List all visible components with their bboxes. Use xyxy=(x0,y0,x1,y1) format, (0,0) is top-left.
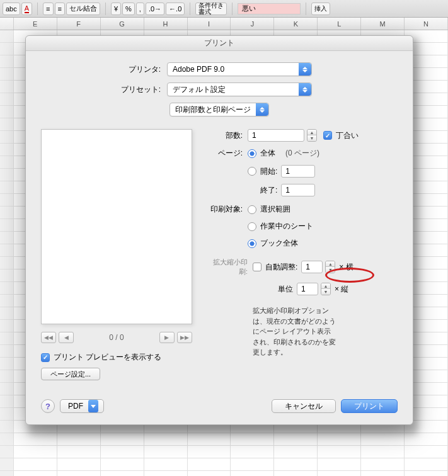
column-header[interactable]: J xyxy=(231,18,274,30)
printer-label: プリンタ: xyxy=(41,64,167,75)
column-header[interactable]: H xyxy=(144,18,188,30)
page-setup-button[interactable]: ページ設定... xyxy=(41,368,100,380)
target-label: 印刷対象: xyxy=(205,204,248,215)
font-color-icon[interactable]: A xyxy=(21,3,32,15)
merge-cells-button[interactable]: セル結合 xyxy=(66,3,100,15)
column-header[interactable]: F xyxy=(57,18,101,30)
collate-checkbox[interactable] xyxy=(323,131,332,140)
conditional-format-button[interactable]: 条件付き 書式 xyxy=(195,3,227,15)
chevron-updown-icon xyxy=(299,63,311,76)
fit-wide-input[interactable] xyxy=(301,261,323,273)
collate-label: 丁合い xyxy=(336,130,359,141)
pager-text: 0 / 0 xyxy=(109,333,123,342)
pages-all-label: 全体 xyxy=(260,148,275,159)
preset-label: プリセット: xyxy=(41,84,167,95)
print-preview xyxy=(41,129,192,324)
column-header[interactable]: K xyxy=(274,18,318,30)
target-book-label: ブック全体 xyxy=(260,238,298,249)
copies-input[interactable] xyxy=(248,129,304,142)
target-selection-label: 選択範囲 xyxy=(260,204,290,215)
column-header[interactable]: L xyxy=(318,18,361,30)
decrease-decimal-icon[interactable]: ←.0 xyxy=(166,3,185,15)
by-tall-label: × 縦 xyxy=(335,284,348,295)
auto-fit-checkbox[interactable] xyxy=(253,263,261,271)
pages-range-radio[interactable] xyxy=(248,167,256,176)
align-icon[interactable]: ≡ xyxy=(43,3,53,15)
font-color-group[interactable]: abc A xyxy=(3,3,32,15)
copies-stepper[interactable]: ▲▼ xyxy=(307,129,317,142)
chevron-updown-icon xyxy=(299,83,311,96)
column-header[interactable]: I xyxy=(188,18,231,30)
chevron-down-icon xyxy=(88,400,98,412)
preset-value: デフォルト設定 xyxy=(173,84,226,95)
unit-label: 単位 xyxy=(278,284,293,295)
pdf-label: PDF xyxy=(68,402,83,411)
increase-decimal-icon[interactable]: .0→ xyxy=(146,3,164,15)
print-dialog: プリント プリンタ: Adobe PDF 9.0 プリセット: デフォルト設定 … xyxy=(25,35,413,425)
prev-page-button[interactable]: ◀ xyxy=(59,332,74,343)
pages-from-label: 開始: xyxy=(260,166,277,177)
print-button[interactable]: プリント xyxy=(341,399,398,413)
target-book-radio[interactable] xyxy=(248,239,256,248)
insert-button[interactable]: 挿入 xyxy=(311,3,330,15)
chevron-updown-icon xyxy=(256,103,268,116)
target-active-radio[interactable] xyxy=(248,222,256,231)
currency-icon[interactable]: ¥ xyxy=(111,3,121,15)
copies-label: 部数: xyxy=(205,130,248,141)
last-page-button[interactable]: ▶▶ xyxy=(177,332,192,343)
dialog-title: プリント xyxy=(26,36,413,51)
scale-note: 拡大縮小印刷オプションは、現在の文書がどのようにページ レイアウト表示され、印刷… xyxy=(205,305,337,358)
help-button[interactable]: ? xyxy=(41,399,55,413)
preset-select[interactable]: デフォルト設定 xyxy=(167,82,312,96)
fit-tall-input[interactable] xyxy=(297,283,318,295)
column-header[interactable]: M xyxy=(361,18,405,30)
section-select[interactable]: 印刷部数と印刷ページ xyxy=(169,103,269,116)
font-style-icon[interactable]: abc xyxy=(3,3,20,15)
first-page-button[interactable]: ◀◀ xyxy=(41,332,56,343)
pages-count: (0 ページ) xyxy=(285,148,319,159)
next-page-button[interactable]: ▶ xyxy=(159,332,175,343)
pages-from-input[interactable] xyxy=(281,165,315,178)
scale-label: 拡大縮小印刷: xyxy=(205,258,253,276)
cell-style-bad[interactable]: 悪い xyxy=(238,3,301,14)
pages-to-label: 終了: xyxy=(260,185,277,196)
ribbon-toolbar: abc A ≡ ≡ セル結合 ¥ % , .0→ ←.0 条件付き 書式 悪い … xyxy=(0,0,448,18)
by-wide-label: × 横 xyxy=(339,262,353,273)
section-value: 印刷部数と印刷ページ xyxy=(175,105,251,115)
pages-label: ページ: xyxy=(205,148,248,159)
pages-to-input[interactable] xyxy=(281,184,315,196)
comma-icon[interactable]: , xyxy=(136,3,144,15)
fit-wide-stepper[interactable]: ▲▼ xyxy=(325,261,335,273)
printer-select[interactable]: Adobe PDF 9.0 xyxy=(167,62,312,76)
column-header[interactable]: G xyxy=(101,18,144,30)
fit-tall-stepper[interactable]: ▲▼ xyxy=(321,283,331,295)
cancel-button[interactable]: キャンセル xyxy=(272,399,336,413)
column-header[interactable]: E xyxy=(14,18,57,30)
target-active-label: 作業中のシート xyxy=(260,221,313,232)
show-preview-checkbox[interactable] xyxy=(41,353,50,362)
auto-fit-label: 自動調整: xyxy=(265,262,297,273)
percent-icon[interactable]: % xyxy=(122,3,135,15)
printer-value: Adobe PDF 9.0 xyxy=(173,65,224,74)
target-selection-radio[interactable] xyxy=(248,205,256,214)
column-header[interactable]: N xyxy=(405,18,448,30)
indent-icon[interactable]: ≡ xyxy=(55,3,65,15)
show-preview-label: プリント プレビューを表示する xyxy=(54,352,161,363)
pages-all-radio[interactable] xyxy=(248,149,256,158)
pdf-menu-button[interactable]: PDF xyxy=(60,399,104,413)
